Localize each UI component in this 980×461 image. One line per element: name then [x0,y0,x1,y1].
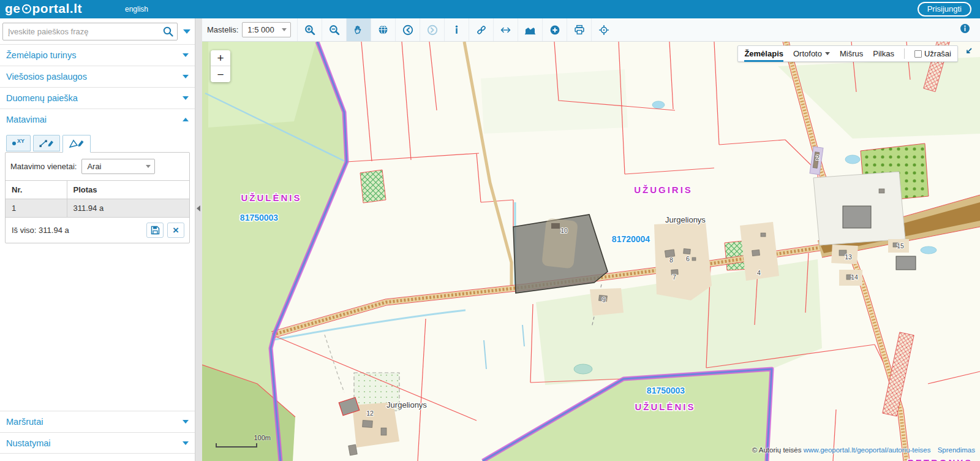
logo-text-left: ge [5,1,21,16]
measure-results-panel: Matavimo vienetai: Arai Nr. Plotas 1 [5,152,190,243]
units-value: Arai [87,162,101,171]
attribution: © Autorių teisės www.geoportal.lt/geopor… [752,446,975,454]
zoom-controls: + − [211,50,230,82]
basemap-map[interactable]: Žemėlapis [744,45,783,62]
search-icon[interactable] [162,26,174,39]
search-options-caret[interactable] [183,29,190,34]
sidebar-item-label: Nustatymai [6,438,183,448]
tab-measure-polygon[interactable] [62,135,91,153]
basemap-misrus[interactable]: Mišrus [840,45,863,62]
clear-measurement-button[interactable]: × [167,223,184,238]
col-header-nr: Nr. [6,181,67,199]
map-canvas[interactable]: UŽULĖNIS81750003UŽUGIRIS81720004Jurgelio… [202,42,980,461]
login-button[interactable]: Prisijungti [918,2,971,17]
scalebar: 100m [216,443,257,448]
toolbar-help-button[interactable] [960,23,970,36]
map-label: UŽULĖNIS [241,192,302,203]
point-icon [12,142,16,145]
measure-tabs: XY [5,135,190,153]
zoom-out-icon [329,25,340,36]
basemap-label: Pilkas [873,49,894,58]
search-row [0,18,195,44]
locate-tool[interactable] [591,18,616,41]
map-label: 81720004 [612,234,650,244]
chevron-down-icon [183,441,189,445]
basemap-label: Ortofoto [793,49,822,58]
basemap-pilkas[interactable]: Pilkas [873,45,894,62]
close-icon: × [173,225,179,235]
link-icon [476,25,487,36]
plus-circle-icon [549,25,560,36]
scale-label: Mastelis: [207,25,238,34]
globe-icon [378,25,388,35]
checkbox-icon [914,50,922,58]
info-circle-icon [960,23,970,34]
units-select[interactable]: Arai [81,159,155,174]
zoom-in-tool[interactable] [297,18,322,41]
map-label: 9 [602,296,606,303]
map-viewport[interactable]: UŽULĖNIS81750003UŽUGIRIS81720004Jurgelio… [202,42,980,461]
measure-total: Iš viso: 311.94 a [12,226,69,235]
sidebar-item-public-services[interactable]: Viešosios paslaugos [0,66,195,87]
cell-nr: 1 [6,199,67,218]
sidebar-item-label: Žemėlapio turinys [6,50,183,60]
sidebar-item-map-contents[interactable]: Žemėlapio turinys [0,44,195,66]
corner-arrow-icon [965,47,973,55]
sidebar-item-label: Maršrutai [6,417,183,427]
elevation-chart-icon [524,25,536,35]
divider [904,48,905,59]
attribution-solution-link[interactable]: Sprendimas [938,446,975,454]
map-label: 12 [366,410,374,417]
logo[interactable]: geportal.lt [0,1,88,17]
sidebar-item-routes[interactable]: Maršrutai [0,411,195,432]
sidebar-collapse-strip[interactable] [195,18,202,461]
scale-value: 1:5 000 [247,25,274,34]
map-label: 10 [560,227,568,234]
identify-tool[interactable] [444,18,469,41]
map-label: 14 [851,273,858,281]
xy-label: XY [17,138,24,144]
collapse-corner-button[interactable] [965,47,973,58]
full-extent-tool[interactable] [371,18,395,41]
search-input[interactable] [2,23,178,40]
cell-area: 311.94 a [67,199,189,218]
sidebar-item-settings[interactable]: Nustatymai [0,432,195,454]
next-extent-tool[interactable] [420,18,444,41]
language-link[interactable]: english [125,5,148,13]
zoom-in-button[interactable]: + [211,50,230,66]
previous-extent-tool[interactable] [395,18,420,41]
share-link-tool[interactable] [469,18,493,41]
horizontal-arrow-icon [500,26,511,34]
zoom-out-button[interactable]: − [211,66,230,82]
map-label: 81750003 [647,386,685,395]
basemap-ortofoto[interactable]: Ortofoto [793,45,830,62]
printer-icon [574,25,585,35]
table-row[interactable]: 1 311.94 a [6,199,189,218]
pan-hand-icon [353,25,364,35]
map-label: 13 [845,253,852,261]
sidebar-item-measurements[interactable]: Matavimai [0,109,195,130]
scalebar-label: 100m [254,434,271,441]
print-tool[interactable] [567,18,591,41]
profile-tool[interactable] [518,18,542,41]
add-tool[interactable] [542,18,567,41]
sidebar-item-data-search[interactable]: Duomenų paieška [0,87,195,109]
pan-tool[interactable] [346,18,371,41]
tab-measure-line[interactable] [33,135,60,151]
attribution-link[interactable]: www.geoportal.lt/geoportal/autoriu-teise… [804,446,931,454]
map-label: UŽUGIRIS [634,185,693,195]
tab-measure-point-xy[interactable]: XY [6,135,31,151]
map-label: PETRONYS [908,457,973,461]
geoportal-app: geportal.lt english Prisijungti Žemėlapi… [0,0,980,461]
chevron-down-icon [183,53,189,57]
labels-toggle[interactable]: Užrašai [914,49,951,58]
chevron-down-icon [825,52,830,55]
save-measurement-button[interactable] [146,223,164,238]
measure-distance-tool[interactable] [493,18,518,41]
basemap-label: Mišrus [840,49,863,58]
zoom-out-tool[interactable] [322,18,346,41]
select-caret-icon [146,165,151,168]
logo-text-right: portal.lt [32,1,83,16]
map-label: Jurgelionys [665,215,706,224]
scale-select[interactable]: 1:5 000 [242,22,291,37]
